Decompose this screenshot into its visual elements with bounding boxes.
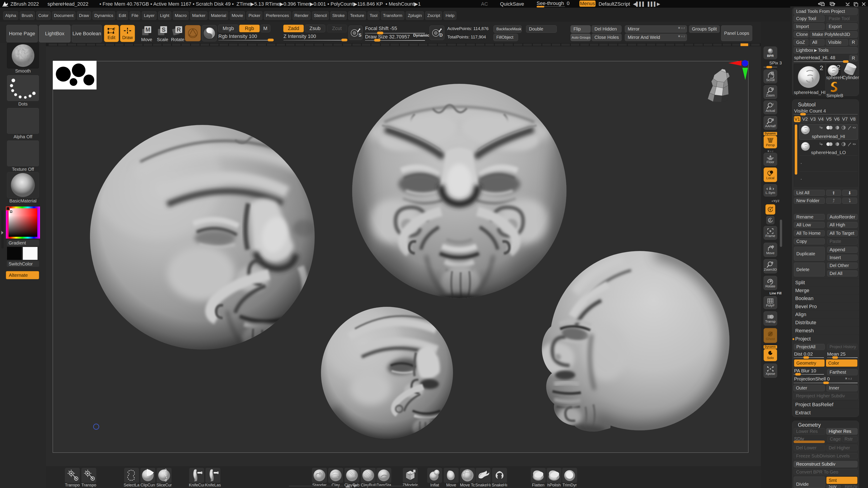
svg-text:x1: x1	[772, 103, 774, 105]
svg-text:R: R	[177, 26, 181, 33]
svg-text:Y: Y	[769, 208, 772, 212]
svg-text:S: S	[162, 26, 165, 33]
svg-text:S: S	[359, 33, 362, 37]
svg-text:M: M	[145, 26, 150, 33]
svg-text:D: D	[439, 33, 442, 37]
svg-text:Z: Z	[769, 219, 771, 222]
